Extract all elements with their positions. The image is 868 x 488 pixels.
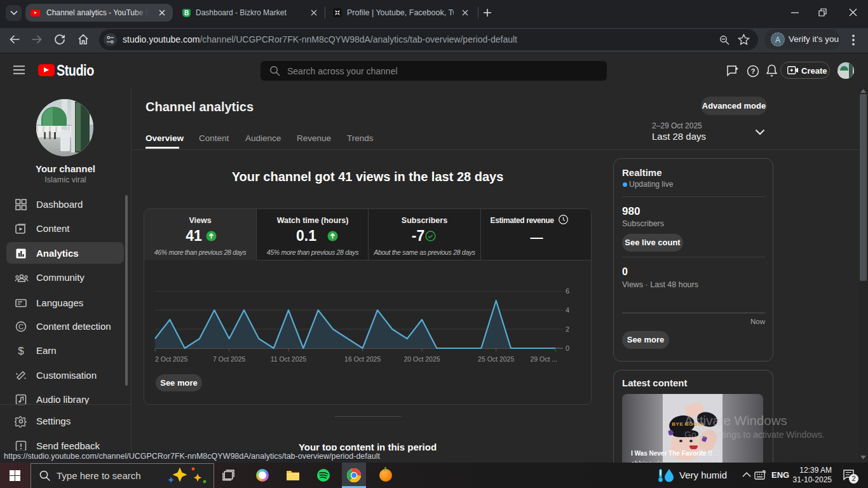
svg-text:16 Oct 2025: 16 Oct 2025 [344,355,381,363]
svg-text:?: ? [751,67,756,75]
svg-text:6: 6 [566,287,569,295]
svg-text:20 Oct 2025: 20 Oct 2025 [403,355,440,363]
svg-text:4: 4 [566,306,569,314]
svg-text:7 Oct 2025: 7 Oct 2025 [213,355,246,363]
svg-text:2: 2 [566,325,569,333]
svg-text:29 Oct ...: 29 Oct ... [530,355,557,363]
svg-text:25 Oct 2025: 25 Oct 2025 [478,355,514,363]
svg-text:0: 0 [566,344,569,352]
svg-text:11 Oct 2025: 11 Oct 2025 [271,355,307,363]
svg-text:C: C [18,323,24,330]
svg-text:2 Oct 2025: 2 Oct 2025 [155,355,188,363]
svg-text:$: $ [18,345,24,357]
